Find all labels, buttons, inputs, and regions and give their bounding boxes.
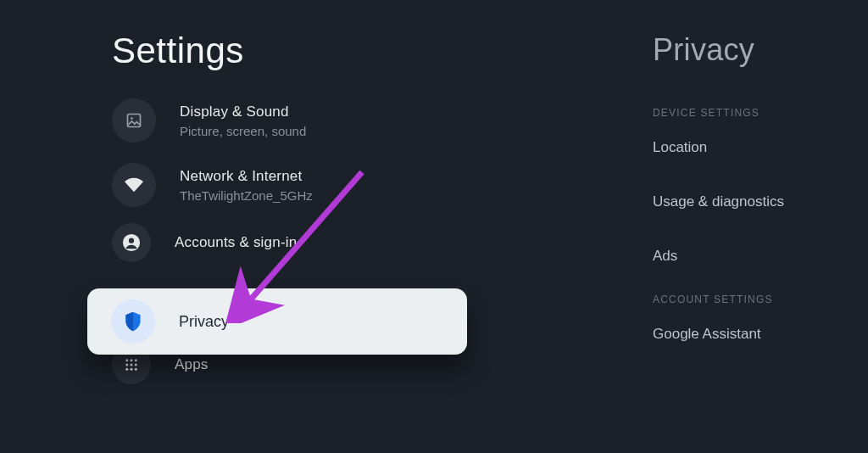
account-icon (112, 223, 151, 262)
wifi-icon (112, 163, 156, 207)
shield-icon (111, 299, 155, 344)
svg-point-6 (135, 359, 137, 361)
settings-panel: Settings Display & Sound Picture, screen… (0, 0, 542, 453)
detail-title: Privacy (653, 32, 868, 68)
section-heading-account: ACCOUNT SETTINGS (653, 294, 868, 305)
section-heading-device: DEVICE SETTINGS (653, 107, 868, 119)
svg-rect-0 (128, 115, 141, 127)
privacy-item-usage[interactable]: Usage & diagnostics (653, 193, 868, 210)
menu-item-label: Apps (175, 356, 209, 373)
menu-item-sub: TheTwilightZone_5GHz (180, 188, 313, 203)
image-icon (112, 98, 156, 143)
svg-point-5 (131, 359, 133, 361)
svg-point-4 (125, 359, 128, 361)
privacy-item-assistant[interactable]: Google Assistant (653, 326, 868, 343)
svg-point-7 (125, 364, 128, 366)
svg-point-9 (135, 364, 137, 366)
menu-item-accounts[interactable]: Accounts & sign-in (112, 222, 542, 263)
menu-item-label: Privacy (179, 313, 229, 331)
menu-item-network[interactable]: Network & Internet TheTwilightZone_5GHz (112, 153, 542, 217)
menu-item-privacy[interactable]: Privacy (87, 288, 467, 355)
menu-item-display[interactable]: Display & Sound Picture, screen, sound (112, 88, 542, 153)
svg-point-12 (135, 368, 137, 371)
menu-item-label: Display & Sound (180, 103, 306, 120)
svg-point-11 (131, 368, 133, 371)
privacy-item-location[interactable]: Location (653, 139, 868, 156)
svg-point-10 (125, 368, 128, 371)
svg-point-3 (129, 238, 134, 243)
menu-item-sub: Picture, screen, sound (180, 124, 306, 138)
page-title: Settings (112, 31, 542, 71)
svg-point-1 (131, 117, 133, 120)
privacy-panel: Privacy DEVICE SETTINGS Location Usage &… (653, 32, 868, 380)
menu-item-label: Network & Internet (180, 168, 313, 185)
privacy-item-ads[interactable]: Ads (653, 248, 868, 265)
menu-item-label: Accounts & sign-in (175, 234, 297, 251)
svg-point-8 (131, 364, 133, 366)
